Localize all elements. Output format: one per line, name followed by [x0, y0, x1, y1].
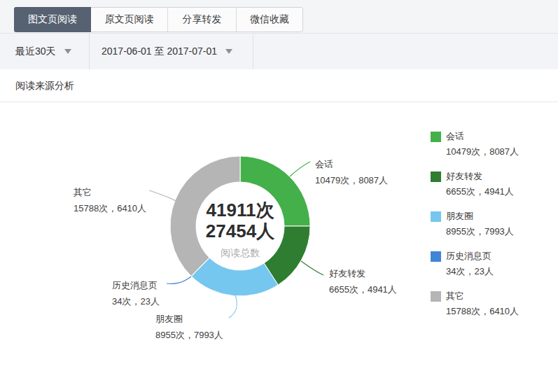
legend-item-history-page: 历史消息页 34次，23人 — [431, 250, 553, 278]
slice-label-value: 34次，23人 — [112, 295, 160, 307]
legend-item-other: 其它 15788次，6410人 — [431, 290, 553, 318]
tab-group: 图文页阅读 原文页阅读 分享转发 微信收藏 — [14, 7, 303, 32]
slice-label-moments: 朋友圈 8955次，7993人 — [155, 313, 223, 341]
slice-label-value: 8955次，7993人 — [155, 329, 223, 341]
legend-name: 朋友圈 — [446, 210, 473, 223]
leader-line-0 — [290, 162, 310, 176]
legend-name: 会话 — [446, 130, 464, 143]
legend-value: 15788次，6410人 — [446, 305, 553, 318]
leader-line-3 — [167, 276, 191, 284]
legend-swatch — [431, 132, 441, 142]
donut-center-label: 41911次 27454人 阅读总数 — [170, 200, 310, 260]
total-caption: 阅读总数 — [170, 247, 310, 260]
tab-image-text-reads[interactable]: 图文页阅读 — [14, 7, 91, 32]
slice-label-name: 历史消息页 — [112, 279, 160, 291]
total-readers: 27454人 — [170, 220, 310, 241]
slice-label-history-page: 历史消息页 34次，23人 — [112, 279, 160, 307]
legend-item-moments: 朋友圈 8955次，7993人 — [431, 210, 553, 238]
slice-label-name: 会话 — [315, 158, 388, 170]
slice-label-value: 10479次，8087人 — [315, 174, 388, 186]
header-bar: 图文页阅读 原文页阅读 分享转发 微信收藏 — [0, 0, 558, 34]
slice-label-name: 朋友圈 — [155, 313, 223, 325]
legend-value: 6655次，4941人 — [446, 186, 553, 198]
legend-name: 历史消息页 — [446, 250, 491, 262]
legend-item-session: 会话 10479次，8087人 — [431, 130, 553, 158]
filter-bar: 最近30天 2017-06-01 至 2017-07-01 — [0, 34, 558, 69]
date-preset-dropdown[interactable]: 最近30天 — [0, 34, 90, 69]
legend-item-friend-forward: 好友转发 6655次，4941人 — [431, 170, 553, 198]
slice-label-name: 好友转发 — [329, 267, 397, 279]
legend-value: 8955次，7993人 — [446, 225, 553, 238]
chevron-down-icon — [225, 49, 232, 54]
legend-swatch — [431, 172, 441, 182]
legend-name: 其它 — [446, 290, 464, 302]
legend-swatch — [431, 211, 441, 222]
chevron-down-icon — [64, 49, 71, 54]
chart-legend: 会话 10479次，8087人 好友转发 6655次，4941人 朋友圈 895… — [431, 130, 553, 330]
leader-line-1 — [301, 261, 323, 275]
read-source-chart-region: 41911次 27454人 阅读总数 会话 10479次，8087人 好友转发 … — [0, 104, 558, 392]
slice-label-value: 15788次，6410人 — [74, 202, 146, 214]
legend-value: 34次，23人 — [446, 265, 553, 278]
date-preset-label: 最近30天 — [15, 46, 56, 58]
slice-label-friend-forward: 好友转发 6655次，4941人 — [329, 267, 397, 295]
tab-share-forward[interactable]: 分享转发 — [168, 8, 237, 31]
slice-label-session: 会话 10479次，8087人 — [315, 158, 388, 186]
legend-swatch — [431, 251, 441, 262]
section-title: 阅读来源分析 — [0, 69, 558, 102]
leader-line-2 — [229, 295, 237, 318]
total-reads: 41911次 — [170, 200, 310, 220]
tab-wechat-favorites[interactable]: 微信收藏 — [237, 8, 302, 31]
legend-value: 10479次，8087人 — [446, 146, 553, 158]
legend-swatch — [431, 291, 441, 302]
slice-label-name: 其它 — [74, 186, 146, 198]
slice-label-other: 其它 15788次，6410人 — [74, 186, 146, 214]
date-range-picker[interactable]: 2017-06-01 至 2017-07-01 — [90, 34, 253, 69]
slice-label-value: 6655次，4941人 — [329, 284, 397, 295]
tab-original-page-reads[interactable]: 原文页阅读 — [91, 8, 168, 31]
date-range-label: 2017-06-01 至 2017-07-01 — [102, 46, 217, 58]
legend-name: 好友转发 — [446, 170, 482, 183]
